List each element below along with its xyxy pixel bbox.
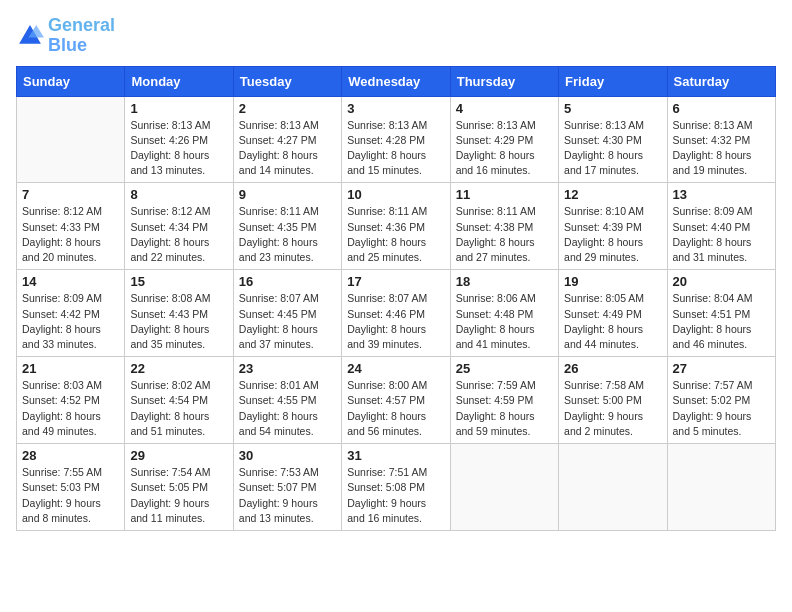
- day-info: Sunrise: 8:02 AM Sunset: 4:54 PM Dayligh…: [130, 378, 227, 439]
- calendar-header-monday: Monday: [125, 66, 233, 96]
- calendar-cell: 16Sunrise: 8:07 AM Sunset: 4:45 PM Dayli…: [233, 270, 341, 357]
- calendar-cell: 20Sunrise: 8:04 AM Sunset: 4:51 PM Dayli…: [667, 270, 775, 357]
- day-info: Sunrise: 8:13 AM Sunset: 4:28 PM Dayligh…: [347, 118, 444, 179]
- day-number: 26: [564, 361, 661, 376]
- calendar-cell: 3Sunrise: 8:13 AM Sunset: 4:28 PM Daylig…: [342, 96, 450, 183]
- day-number: 8: [130, 187, 227, 202]
- day-info: Sunrise: 7:53 AM Sunset: 5:07 PM Dayligh…: [239, 465, 336, 526]
- day-info: Sunrise: 8:04 AM Sunset: 4:51 PM Dayligh…: [673, 291, 770, 352]
- day-number: 18: [456, 274, 553, 289]
- calendar-cell: [17, 96, 125, 183]
- day-number: 23: [239, 361, 336, 376]
- day-info: Sunrise: 8:03 AM Sunset: 4:52 PM Dayligh…: [22, 378, 119, 439]
- day-info: Sunrise: 8:10 AM Sunset: 4:39 PM Dayligh…: [564, 204, 661, 265]
- day-number: 24: [347, 361, 444, 376]
- day-number: 3: [347, 101, 444, 116]
- calendar-header-saturday: Saturday: [667, 66, 775, 96]
- calendar-week-row: 21Sunrise: 8:03 AM Sunset: 4:52 PM Dayli…: [17, 357, 776, 444]
- calendar-cell: 18Sunrise: 8:06 AM Sunset: 4:48 PM Dayli…: [450, 270, 558, 357]
- logo: General Blue: [16, 16, 115, 56]
- day-info: Sunrise: 8:07 AM Sunset: 4:46 PM Dayligh…: [347, 291, 444, 352]
- calendar-cell: 2Sunrise: 8:13 AM Sunset: 4:27 PM Daylig…: [233, 96, 341, 183]
- calendar-header-row: SundayMondayTuesdayWednesdayThursdayFrid…: [17, 66, 776, 96]
- calendar-cell: 12Sunrise: 8:10 AM Sunset: 4:39 PM Dayli…: [559, 183, 667, 270]
- day-number: 27: [673, 361, 770, 376]
- day-info: Sunrise: 8:11 AM Sunset: 4:38 PM Dayligh…: [456, 204, 553, 265]
- calendar-cell: 14Sunrise: 8:09 AM Sunset: 4:42 PM Dayli…: [17, 270, 125, 357]
- calendar-header-tuesday: Tuesday: [233, 66, 341, 96]
- day-number: 11: [456, 187, 553, 202]
- calendar-cell: 9Sunrise: 8:11 AM Sunset: 4:35 PM Daylig…: [233, 183, 341, 270]
- day-number: 17: [347, 274, 444, 289]
- day-number: 13: [673, 187, 770, 202]
- day-info: Sunrise: 8:01 AM Sunset: 4:55 PM Dayligh…: [239, 378, 336, 439]
- calendar-header-wednesday: Wednesday: [342, 66, 450, 96]
- calendar-cell: 7Sunrise: 8:12 AM Sunset: 4:33 PM Daylig…: [17, 183, 125, 270]
- day-info: Sunrise: 7:57 AM Sunset: 5:02 PM Dayligh…: [673, 378, 770, 439]
- calendar-cell: [559, 444, 667, 531]
- page: General Blue SundayMondayTuesdayWednesda…: [0, 0, 792, 543]
- day-info: Sunrise: 8:07 AM Sunset: 4:45 PM Dayligh…: [239, 291, 336, 352]
- day-info: Sunrise: 8:08 AM Sunset: 4:43 PM Dayligh…: [130, 291, 227, 352]
- day-number: 28: [22, 448, 119, 463]
- day-number: 9: [239, 187, 336, 202]
- day-number: 30: [239, 448, 336, 463]
- calendar-cell: 13Sunrise: 8:09 AM Sunset: 4:40 PM Dayli…: [667, 183, 775, 270]
- calendar-cell: 15Sunrise: 8:08 AM Sunset: 4:43 PM Dayli…: [125, 270, 233, 357]
- day-info: Sunrise: 8:09 AM Sunset: 4:42 PM Dayligh…: [22, 291, 119, 352]
- calendar-cell: [667, 444, 775, 531]
- day-info: Sunrise: 8:13 AM Sunset: 4:29 PM Dayligh…: [456, 118, 553, 179]
- day-info: Sunrise: 8:13 AM Sunset: 4:30 PM Dayligh…: [564, 118, 661, 179]
- day-info: Sunrise: 7:51 AM Sunset: 5:08 PM Dayligh…: [347, 465, 444, 526]
- calendar-cell: 31Sunrise: 7:51 AM Sunset: 5:08 PM Dayli…: [342, 444, 450, 531]
- calendar-cell: 22Sunrise: 8:02 AM Sunset: 4:54 PM Dayli…: [125, 357, 233, 444]
- day-number: 6: [673, 101, 770, 116]
- calendar-cell: 10Sunrise: 8:11 AM Sunset: 4:36 PM Dayli…: [342, 183, 450, 270]
- calendar-cell: 30Sunrise: 7:53 AM Sunset: 5:07 PM Dayli…: [233, 444, 341, 531]
- day-number: 29: [130, 448, 227, 463]
- calendar-week-row: 14Sunrise: 8:09 AM Sunset: 4:42 PM Dayli…: [17, 270, 776, 357]
- day-number: 16: [239, 274, 336, 289]
- day-number: 7: [22, 187, 119, 202]
- day-number: 25: [456, 361, 553, 376]
- calendar-cell: [450, 444, 558, 531]
- day-number: 22: [130, 361, 227, 376]
- calendar-cell: 23Sunrise: 8:01 AM Sunset: 4:55 PM Dayli…: [233, 357, 341, 444]
- day-info: Sunrise: 8:05 AM Sunset: 4:49 PM Dayligh…: [564, 291, 661, 352]
- calendar-cell: 29Sunrise: 7:54 AM Sunset: 5:05 PM Dayli…: [125, 444, 233, 531]
- day-info: Sunrise: 8:12 AM Sunset: 4:33 PM Dayligh…: [22, 204, 119, 265]
- day-info: Sunrise: 8:13 AM Sunset: 4:26 PM Dayligh…: [130, 118, 227, 179]
- calendar-cell: 24Sunrise: 8:00 AM Sunset: 4:57 PM Dayli…: [342, 357, 450, 444]
- calendar-cell: 6Sunrise: 8:13 AM Sunset: 4:32 PM Daylig…: [667, 96, 775, 183]
- calendar-cell: 4Sunrise: 8:13 AM Sunset: 4:29 PM Daylig…: [450, 96, 558, 183]
- day-number: 20: [673, 274, 770, 289]
- logo-text: General Blue: [48, 16, 115, 56]
- day-number: 31: [347, 448, 444, 463]
- day-info: Sunrise: 8:09 AM Sunset: 4:40 PM Dayligh…: [673, 204, 770, 265]
- day-info: Sunrise: 8:06 AM Sunset: 4:48 PM Dayligh…: [456, 291, 553, 352]
- day-number: 5: [564, 101, 661, 116]
- day-number: 19: [564, 274, 661, 289]
- calendar-header-thursday: Thursday: [450, 66, 558, 96]
- calendar-cell: 5Sunrise: 8:13 AM Sunset: 4:30 PM Daylig…: [559, 96, 667, 183]
- calendar-cell: 21Sunrise: 8:03 AM Sunset: 4:52 PM Dayli…: [17, 357, 125, 444]
- day-info: Sunrise: 7:54 AM Sunset: 5:05 PM Dayligh…: [130, 465, 227, 526]
- day-number: 15: [130, 274, 227, 289]
- day-info: Sunrise: 8:00 AM Sunset: 4:57 PM Dayligh…: [347, 378, 444, 439]
- day-number: 12: [564, 187, 661, 202]
- calendar-cell: 1Sunrise: 8:13 AM Sunset: 4:26 PM Daylig…: [125, 96, 233, 183]
- calendar-week-row: 1Sunrise: 8:13 AM Sunset: 4:26 PM Daylig…: [17, 96, 776, 183]
- day-info: Sunrise: 7:55 AM Sunset: 5:03 PM Dayligh…: [22, 465, 119, 526]
- calendar: SundayMondayTuesdayWednesdayThursdayFrid…: [16, 66, 776, 531]
- calendar-header-sunday: Sunday: [17, 66, 125, 96]
- day-number: 4: [456, 101, 553, 116]
- day-info: Sunrise: 8:13 AM Sunset: 4:32 PM Dayligh…: [673, 118, 770, 179]
- calendar-header-friday: Friday: [559, 66, 667, 96]
- calendar-cell: 27Sunrise: 7:57 AM Sunset: 5:02 PM Dayli…: [667, 357, 775, 444]
- day-number: 21: [22, 361, 119, 376]
- calendar-cell: 25Sunrise: 7:59 AM Sunset: 4:59 PM Dayli…: [450, 357, 558, 444]
- day-info: Sunrise: 7:59 AM Sunset: 4:59 PM Dayligh…: [456, 378, 553, 439]
- day-number: 2: [239, 101, 336, 116]
- calendar-cell: 17Sunrise: 8:07 AM Sunset: 4:46 PM Dayli…: [342, 270, 450, 357]
- day-number: 14: [22, 274, 119, 289]
